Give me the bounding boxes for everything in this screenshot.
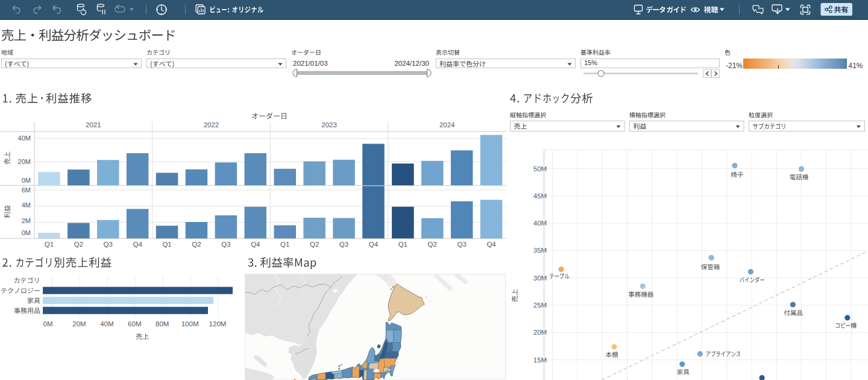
svg-text:Q3: Q3 <box>457 241 466 248</box>
svg-text:20M: 20M <box>72 320 86 328</box>
svg-text:2023: 2023 <box>321 121 337 128</box>
svg-text:4M: 4M <box>22 201 31 209</box>
svg-text:Q1: Q1 <box>280 241 289 248</box>
svg-text:Q1: Q1 <box>162 241 171 248</box>
svg-text:Q2: Q2 <box>428 241 437 248</box>
svg-text:Q4: Q4 <box>133 241 143 248</box>
svg-text:35M: 35M <box>533 247 547 254</box>
svg-text:2M: 2M <box>22 217 31 224</box>
svg-text:Q1: Q1 <box>398 241 407 248</box>
svg-text:40M: 40M <box>100 320 113 328</box>
svg-text:Q2: Q2 <box>192 241 201 248</box>
svg-text:45M: 45M <box>533 192 547 200</box>
svg-text:50M: 50M <box>533 165 547 173</box>
svg-text:0M: 0M <box>43 320 53 328</box>
svg-text:Q3: Q3 <box>221 241 230 248</box>
svg-text:Q2: Q2 <box>310 241 319 248</box>
svg-text:80M: 80M <box>156 320 169 328</box>
svg-text:Q4: Q4 <box>369 241 379 248</box>
svg-text:Q2: Q2 <box>74 241 83 248</box>
svg-text:Q3: Q3 <box>104 241 113 248</box>
svg-text:120M: 120M <box>209 320 227 328</box>
svg-text:Q3: Q3 <box>339 241 348 248</box>
svg-text:Q4: Q4 <box>486 241 496 248</box>
svg-text:60M: 60M <box>128 320 141 328</box>
svg-text:40M: 40M <box>18 135 31 142</box>
svg-text:2021: 2021 <box>86 121 101 128</box>
svg-text:6M: 6M <box>22 186 31 194</box>
svg-text:100M: 100M <box>181 320 199 328</box>
svg-text:20M: 20M <box>18 158 31 165</box>
svg-text:20M: 20M <box>533 329 547 336</box>
svg-text:0M: 0M <box>22 229 31 236</box>
svg-text:2022: 2022 <box>204 121 219 128</box>
svg-text:15M: 15M <box>533 356 547 364</box>
svg-text:40M: 40M <box>533 220 547 227</box>
svg-text:Q4: Q4 <box>251 241 260 248</box>
svg-text:2024: 2024 <box>439 121 455 128</box>
svg-text:Q1: Q1 <box>45 241 54 248</box>
svg-text:0M: 0M <box>22 177 31 184</box>
svg-text:25M: 25M <box>533 302 547 309</box>
svg-text:30M: 30M <box>533 274 547 282</box>
